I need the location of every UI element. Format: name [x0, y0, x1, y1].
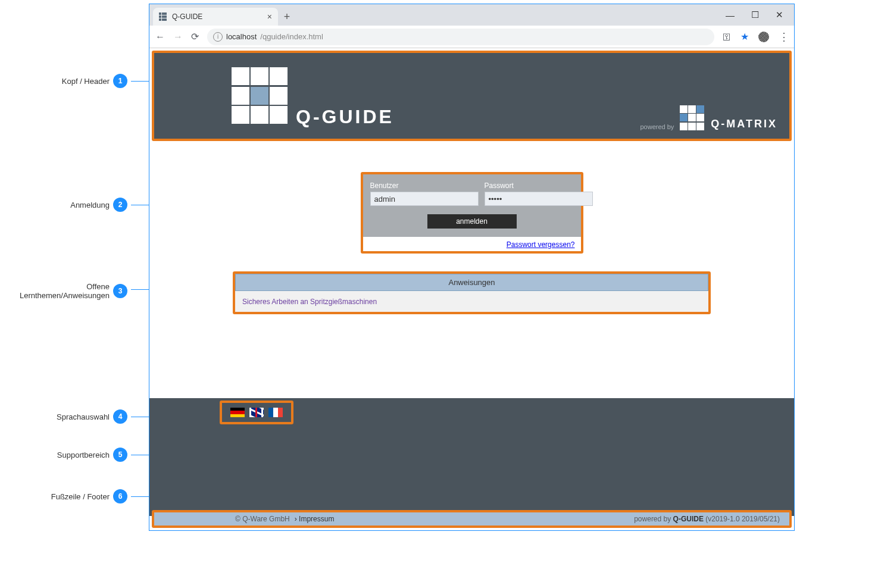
- annotation-pin-6: 6: [113, 489, 127, 503]
- footer-powered: powered by Q-GUIDE (v2019-1.0 2019/05/21…: [634, 515, 780, 523]
- browser-menu-icon[interactable]: ⋮: [779, 30, 788, 43]
- favicon-icon: [159, 12, 167, 21]
- window-minimize-icon[interactable]: —: [726, 10, 735, 20]
- url-path: /qguide/index.html: [260, 32, 323, 41]
- password-label: Passwort: [485, 182, 593, 190]
- reload-icon[interactable]: ⟳: [191, 31, 199, 42]
- footer-copyright: © Q-Ware GmbH: [235, 515, 290, 523]
- qguide-logo-icon: [232, 67, 289, 124]
- flag-fr-icon[interactable]: [268, 408, 283, 417]
- login-submit-button[interactable]: anmelden: [427, 214, 517, 229]
- key-icon[interactable]: ⚿: [723, 32, 731, 42]
- page-content: Q-GUIDE powered by Q-MATRIX Benutzer: [149, 48, 794, 530]
- annotation-label-lang: Sprachauswahl: [0, 412, 113, 421]
- instruction-row: Sicheres Arbeiten an Spritzgießmaschinen: [235, 291, 708, 312]
- back-icon[interactable]: ←: [155, 32, 165, 42]
- password-input[interactable]: [485, 192, 593, 206]
- bookmark-star-icon[interactable]: ★: [740, 31, 749, 42]
- flag-uk-icon[interactable]: [249, 408, 264, 417]
- tab-close-icon[interactable]: ×: [267, 12, 272, 21]
- qmatrix-logo-icon: [680, 105, 705, 130]
- tab-title: Q-GUIDE: [172, 12, 202, 21]
- qmatrix-logo-text: Q-MATRIX: [711, 118, 777, 130]
- browser-toolbar: ← → ⟳ i localhost/qguide/index.html ⚿ ★ …: [149, 26, 794, 48]
- username-label: Benutzer: [370, 182, 479, 190]
- instruction-link[interactable]: Sicheres Arbeiten an Spritzgießmaschinen: [242, 298, 377, 306]
- username-input[interactable]: [370, 192, 479, 206]
- annotation-label-login: Anmeldung: [0, 201, 113, 209]
- footer-impressum-link[interactable]: › Impressum: [295, 515, 335, 523]
- url-host: localhost: [226, 32, 257, 41]
- instructions-region: Anweisungen Sicheres Arbeiten an Spritzg…: [233, 271, 711, 314]
- annotation-pin-3: 3: [113, 284, 127, 298]
- annotation-pin-4: 4: [113, 409, 127, 424]
- forgot-password-link[interactable]: Passwort vergessen?: [507, 240, 575, 249]
- annotation-label-anweisungen: Offene Lernthemen/Anweisungen: [0, 282, 113, 300]
- window-close-icon[interactable]: ✕: [776, 10, 783, 20]
- instructions-header: Anweisungen: [235, 274, 708, 291]
- tab-strip: Q-GUIDE × +: [149, 4, 794, 26]
- browser-tab[interactable]: Q-GUIDE ×: [153, 8, 278, 26]
- browser-window: — ☐ ✕ Q-GUIDE × + ← → ⟳ i localhost/qgui…: [149, 4, 795, 531]
- language-selector: [220, 401, 293, 424]
- annotation-pin-2: 2: [113, 198, 127, 212]
- window-maximize-icon[interactable]: ☐: [751, 10, 759, 20]
- site-info-icon[interactable]: i: [213, 32, 223, 42]
- login-region: Benutzer Passwort anmelden Passwort verg…: [361, 172, 583, 254]
- flag-de-icon[interactable]: [230, 408, 245, 417]
- qguide-logo-text: Q-GUIDE: [296, 106, 394, 128]
- annotation-label-header: Kopf / Header: [0, 77, 113, 86]
- address-bar[interactable]: i localhost/qguide/index.html: [207, 29, 714, 45]
- header-powered-by: powered by: [640, 123, 674, 130]
- annotation-pin-1: 1: [113, 74, 127, 88]
- forward-icon[interactable]: →: [173, 32, 183, 42]
- extension-globe-icon[interactable]: [758, 32, 769, 42]
- annotation-label-footer: Fußzeile / Footer: [0, 492, 113, 501]
- page-footer-region: © Q-Ware GmbH › Impressum powered by Q-G…: [152, 510, 792, 528]
- annotation-pin-5: 5: [113, 448, 127, 462]
- annotation-label-support: Supportbereich: [0, 451, 113, 459]
- new-tab-button[interactable]: +: [278, 8, 296, 26]
- page-header-region: Q-GUIDE powered by Q-MATRIX: [152, 51, 792, 141]
